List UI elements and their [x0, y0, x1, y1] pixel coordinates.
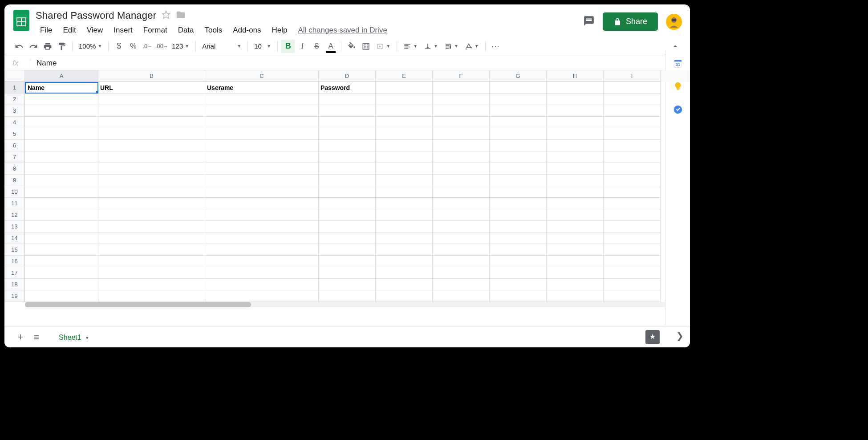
cell-E7[interactable] [376, 151, 433, 163]
all-sheets-button[interactable]: ≡ [28, 329, 45, 345]
cell-B2[interactable] [98, 94, 205, 105]
cell-C13[interactable] [205, 221, 319, 232]
cell-G19[interactable] [490, 290, 547, 302]
cell-F1[interactable] [433, 82, 490, 94]
column-header-D[interactable]: D [319, 70, 376, 82]
fill-color-button[interactable] [345, 40, 358, 53]
cell-D14[interactable] [319, 232, 376, 244]
row-header-9[interactable]: 9 [4, 175, 25, 186]
cell-I1[interactable] [604, 82, 661, 94]
keep-icon[interactable] [673, 81, 683, 92]
cell-G18[interactable] [490, 279, 547, 290]
cell-B13[interactable] [98, 221, 205, 232]
cell-H17[interactable] [547, 267, 604, 279]
cell-C5[interactable] [205, 128, 319, 140]
percent-button[interactable]: % [126, 40, 140, 53]
cell-D7[interactable] [319, 151, 376, 163]
cell-B1[interactable]: URL [98, 82, 205, 94]
cell-F13[interactable] [433, 221, 490, 232]
row-header-14[interactable]: 14 [4, 232, 25, 244]
italic-button[interactable]: I [296, 40, 309, 53]
cell-C8[interactable] [205, 163, 319, 175]
cell-E15[interactable] [376, 244, 433, 256]
user-avatar[interactable] [666, 14, 682, 30]
merge-cells-button[interactable]: ▼ [373, 42, 393, 50]
cell-E19[interactable] [376, 290, 433, 302]
row-header-11[interactable]: 11 [4, 198, 25, 209]
undo-button[interactable] [12, 40, 26, 53]
cell-F15[interactable] [433, 244, 490, 256]
cell-H15[interactable] [547, 244, 604, 256]
cell-D1[interactable]: Password [319, 82, 376, 94]
cell-B12[interactable] [98, 209, 205, 221]
cell-I10[interactable] [604, 186, 661, 198]
cell-F8[interactable] [433, 163, 490, 175]
cell-G9[interactable] [490, 175, 547, 186]
font-select[interactable]: Arial ▼ [199, 42, 244, 50]
explore-button[interactable] [645, 330, 660, 344]
column-header-E[interactable]: E [376, 70, 433, 82]
cell-B15[interactable] [98, 244, 205, 256]
cell-C14[interactable] [205, 232, 319, 244]
cell-A6[interactable] [25, 140, 98, 151]
cell-B8[interactable] [98, 163, 205, 175]
fx-icon[interactable]: fx [12, 59, 30, 68]
menu-insert[interactable]: Insert [109, 24, 137, 37]
cell-I11[interactable] [604, 198, 661, 209]
cell-E5[interactable] [376, 128, 433, 140]
row-header-12[interactable]: 12 [4, 209, 25, 221]
text-rotation-button[interactable]: ▼ [462, 42, 482, 50]
menu-view[interactable]: View [82, 24, 108, 37]
cell-E17[interactable] [376, 267, 433, 279]
cell-H12[interactable] [547, 209, 604, 221]
cell-H3[interactable] [547, 105, 604, 117]
zoom-select[interactable]: 100% ▼ [76, 42, 105, 50]
cell-D6[interactable] [319, 140, 376, 151]
cell-I6[interactable] [604, 140, 661, 151]
cell-I9[interactable] [604, 175, 661, 186]
row-header-4[interactable]: 4 [4, 117, 25, 128]
column-header-B[interactable]: B [98, 70, 205, 82]
cell-B19[interactable] [98, 290, 205, 302]
comments-icon[interactable] [583, 15, 595, 29]
cell-I3[interactable] [604, 105, 661, 117]
cell-F2[interactable] [433, 94, 490, 105]
row-header-19[interactable]: 19 [4, 290, 25, 302]
cell-I18[interactable] [604, 279, 661, 290]
cell-D9[interactable] [319, 175, 376, 186]
sheet-tab-menu-icon[interactable]: ▼ [85, 335, 89, 340]
cell-G13[interactable] [490, 221, 547, 232]
cell-C12[interactable] [205, 209, 319, 221]
cell-G10[interactable] [490, 186, 547, 198]
cell-B10[interactable] [98, 186, 205, 198]
cell-A3[interactable] [25, 105, 98, 117]
cell-D12[interactable] [319, 209, 376, 221]
cell-C7[interactable] [205, 151, 319, 163]
cell-I2[interactable] [604, 94, 661, 105]
font-size-select[interactable]: 10 ▼ [251, 42, 274, 50]
cell-I19[interactable] [604, 290, 661, 302]
row-header-18[interactable]: 18 [4, 279, 25, 290]
cell-B6[interactable] [98, 140, 205, 151]
cell-G3[interactable] [490, 105, 547, 117]
column-header-C[interactable]: C [205, 70, 319, 82]
cell-H19[interactable] [547, 290, 604, 302]
cell-G7[interactable] [490, 151, 547, 163]
row-header-1[interactable]: 1 [4, 82, 25, 94]
cell-F19[interactable] [433, 290, 490, 302]
horizontal-scrollbar[interactable] [25, 302, 690, 307]
row-header-7[interactable]: 7 [4, 151, 25, 163]
cell-F12[interactable] [433, 209, 490, 221]
cell-A17[interactable] [25, 267, 98, 279]
text-wrap-button[interactable]: ▼ [442, 42, 461, 50]
cell-F9[interactable] [433, 175, 490, 186]
cell-C9[interactable] [205, 175, 319, 186]
cell-B3[interactable] [98, 105, 205, 117]
document-title[interactable]: Shared Password Manager [36, 10, 156, 21]
cell-F4[interactable] [433, 117, 490, 128]
cell-C10[interactable] [205, 186, 319, 198]
cell-G5[interactable] [490, 128, 547, 140]
cell-D2[interactable] [319, 94, 376, 105]
cell-F5[interactable] [433, 128, 490, 140]
cell-E16[interactable] [376, 256, 433, 267]
